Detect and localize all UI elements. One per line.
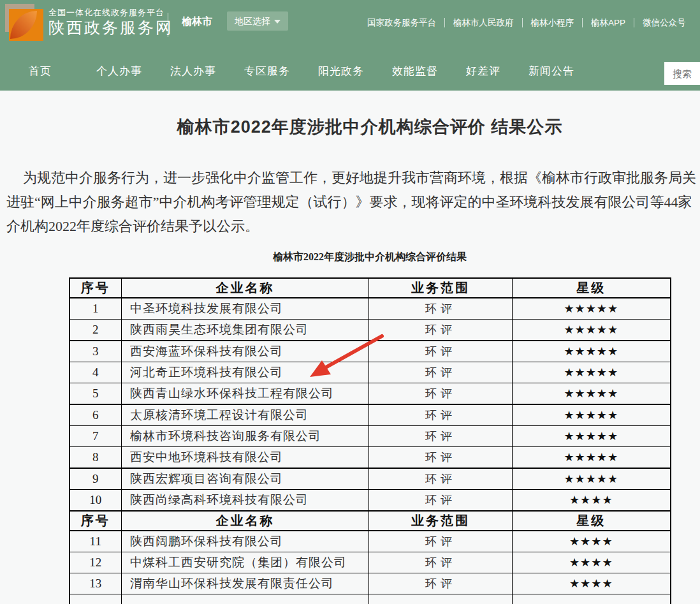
header-link[interactable]: 榆林APP — [583, 17, 634, 29]
cell-company-name: 陕西雨昊生态环境集团有限公司 — [122, 320, 369, 341]
column-header: 星级 — [513, 278, 671, 298]
current-city-label: 榆林市 — [182, 15, 212, 29]
cell-business-scope: 环评 — [369, 531, 513, 552]
top-header: 全国一体化在线政务服务平台 陕西政务服务网 榆林市 地区选择 国家政务服务平台榆… — [0, 0, 700, 91]
cell-business-scope: 环评 — [369, 383, 513, 405]
cell-star-rating: ★★★★ — [513, 490, 671, 512]
cell-star-rating: ★★★★★ — [513, 383, 671, 405]
cell-business-scope: 环评 — [369, 362, 513, 383]
column-header: 序号 — [69, 511, 122, 531]
cell-business-scope: 环评 — [369, 447, 513, 469]
header-link[interactable]: 榆林市人民政府 — [445, 17, 522, 29]
column-header: 序号 — [69, 278, 122, 298]
cell-company-name: 太原核清环境工程设计有限公司 — [122, 404, 369, 426]
cell-index: 2 — [69, 320, 122, 341]
cell-star-rating: ★★★★★ — [513, 426, 671, 447]
cell-company-name: 榆林市环境科技咨询服务有限公司 — [122, 426, 369, 447]
column-header: 业务范围 — [369, 278, 513, 298]
cell-company-name: 陕西宏辉项目咨询有限公司 — [122, 468, 369, 490]
cell-star-rating: ★★★★★ — [513, 447, 671, 469]
evaluation-table: 序号企业名称业务范围星级1中圣环境科技发展有限公司环评★★★★★2陕西雨昊生态环… — [69, 277, 671, 604]
cell-company-name: 渭南华山环保科技发展有限责任公司 — [122, 573, 369, 594]
cell-index: 10 — [69, 490, 122, 512]
cell-company-name: 中煤科工西安研究院（集团）有限公司 — [122, 552, 369, 573]
cell-index: 12 — [69, 552, 122, 573]
cell-company-name: 西安海蓝环保科技有限公司 — [122, 341, 369, 362]
main-nav: 首页个人办事法人办事专区服务阳光政务效能监督好差评新闻公告 — [0, 60, 574, 82]
table-caption: 榆林市2022年度涉批中介机构综合评价结果 — [0, 251, 700, 263]
header-link[interactable]: 榆林小程序 — [523, 17, 583, 29]
header-link[interactable]: 微信公众号 — [634, 17, 694, 29]
cell-empty — [513, 594, 671, 604]
cell-business-scope: 环评 — [369, 426, 513, 447]
table-row: 12中煤科工西安研究院（集团）有限公司环评★★★★ — [69, 552, 671, 573]
cell-company-name: 陕西阔鹏环保科技有限公司 — [122, 531, 369, 552]
cell-empty — [69, 594, 122, 604]
cell-index: 5 — [69, 383, 122, 405]
table-row: 9陕西宏辉项目咨询有限公司环评★★★★★ — [69, 468, 671, 490]
nav-item[interactable]: 阳光政务 — [318, 64, 364, 78]
header-links: 国家政务服务平台榆林市人民政府榆林小程序榆林APP微信公众号注册 — [367, 17, 700, 29]
table-row: 13渭南华山环保科技发展有限责任公司环评★★★★ — [69, 573, 671, 594]
cell-company-name: 中圣环境科技发展有限公司 — [122, 298, 369, 320]
cell-business-scope: 环评 — [369, 320, 513, 341]
column-header: 企业名称 — [122, 278, 369, 298]
nav-item[interactable]: 个人办事 — [96, 64, 142, 78]
table-row: 5陕西青山绿水环保科技工程有限公司环评★★★★★ — [69, 383, 671, 405]
nav-item[interactable]: 法人办事 — [170, 64, 216, 78]
cell-business-scope: 环评 — [369, 341, 513, 362]
cell-company-name: 西安中地环境科技有限公司 — [122, 447, 369, 469]
column-header: 业务范围 — [369, 511, 513, 531]
cell-business-scope: 环评 — [369, 490, 513, 512]
header-link[interactable]: 国家政务服务平台 — [367, 17, 444, 29]
nav-item[interactable]: 首页 — [29, 64, 52, 78]
cell-index: 9 — [69, 468, 122, 490]
table-row: 8西安中地环境科技有限公司环评★★★★★ — [69, 447, 671, 469]
cell-empty — [369, 594, 513, 604]
cell-star-rating: ★★★★★ — [513, 468, 671, 490]
cell-index: 7 — [69, 426, 122, 447]
brand-divider — [168, 13, 168, 37]
cell-company-name: 陕西尚绿高科环境科技有限公司 — [122, 490, 369, 512]
site-name: 陕西政务服务网 — [48, 17, 173, 38]
column-header: 企业名称 — [122, 511, 369, 531]
column-header: 星级 — [513, 511, 671, 531]
cell-index: 8 — [69, 447, 122, 469]
cell-star-rating: ★★★★ — [513, 531, 671, 552]
cell-star-rating: ★★★★★ — [513, 362, 671, 383]
cell-empty — [122, 594, 369, 604]
cell-business-scope: 环评 — [369, 404, 513, 426]
cell-company-name: 河北奇正环境科技有限公司 — [122, 362, 369, 383]
nav-item[interactable]: 新闻公告 — [529, 64, 574, 78]
cell-index: 4 — [69, 362, 122, 383]
table-row: 4河北奇正环境科技有限公司环评★★★★★ — [69, 362, 671, 383]
nav-item[interactable]: 专区服务 — [244, 64, 290, 78]
cell-company-name: 陕西青山绿水环保科技工程有限公司 — [122, 383, 369, 405]
table-row-partial — [69, 594, 671, 604]
table-row: 11陕西阔鹏环保科技有限公司环评★★★★ — [69, 531, 671, 552]
cell-index: 13 — [69, 573, 122, 594]
page-title: 榆林市2022年度涉批中介机构综合评价 结果公示 — [0, 116, 700, 138]
region-selector-button[interactable]: 地区选择 — [227, 11, 288, 31]
announcement-paragraph: 为规范中介服务行为，进一步强化中介监管工作，更好地提升我市营商环境，根据《榆林市… — [0, 166, 700, 239]
cell-star-rating: ★★★★★ — [513, 341, 671, 362]
table-row: 1中圣环境科技发展有限公司环评★★★★★ — [69, 298, 671, 320]
site-logo[interactable] — [5, 3, 46, 43]
table-row: 6太原核清环境工程设计有限公司环评★★★★★ — [69, 404, 671, 426]
cell-star-rating: ★★★★★ — [513, 298, 671, 320]
cell-business-scope: 环评 — [369, 552, 513, 573]
table-header-row: 序号企业名称业务范围星级 — [69, 511, 671, 531]
table-row: 3西安海蓝环保科技有限公司环评★★★★★ — [69, 341, 671, 362]
cell-business-scope: 环评 — [369, 298, 513, 320]
cell-index: 1 — [69, 298, 122, 320]
paragraph-line: 介机构2022年度综合评价结果予以公示。 — [6, 214, 700, 239]
search-input[interactable] — [664, 62, 700, 85]
nav-item[interactable]: 好差评 — [466, 64, 500, 78]
nav-item[interactable]: 效能监督 — [392, 64, 438, 78]
cell-business-scope: 环评 — [369, 468, 513, 490]
region-selector-label: 地区选择 — [235, 16, 270, 26]
cell-star-rating: ★★★★★ — [513, 320, 671, 341]
paragraph-line: 进驻“网上中介服务超市”中介机构考评管理规定（试行）》要求，现将评定的中圣环境科… — [6, 190, 700, 214]
table-row: 7榆林市环境科技咨询服务有限公司环评★★★★★ — [69, 426, 671, 447]
table-row: 2陕西雨昊生态环境集团有限公司环评★★★★★ — [69, 320, 671, 341]
